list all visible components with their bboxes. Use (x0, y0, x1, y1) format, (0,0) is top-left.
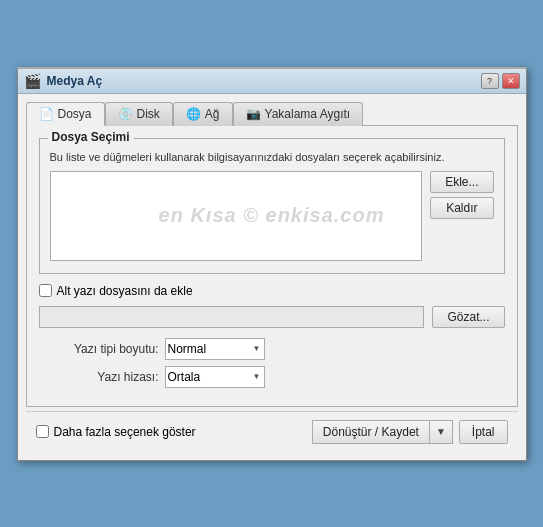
donustur-arrow-button[interactable]: ▼ (429, 420, 453, 444)
yazi-hizasi-select-wrap: Ortala Sol Sağ (165, 366, 265, 388)
donustur-split-button: Dönüştür / Kaydet ▼ (312, 420, 453, 444)
bottom-right: Dönüştür / Kaydet ▼ İptal (312, 420, 508, 444)
tab-disk[interactable]: 💿 Disk (105, 102, 173, 126)
tab-dosya[interactable]: 📄 Dosya (26, 102, 105, 126)
yazi-tipi-label: Yazı tipi boyutu: (59, 342, 159, 356)
yazi-tipi-select[interactable]: Normal Küçük Büyük (165, 338, 265, 360)
alt-yazi-label: Alt yazı dosyasını da ekle (57, 284, 193, 298)
gozat-button[interactable]: Gözat... (432, 306, 504, 328)
tab-yakalama-label: Yakalama Aygıtı (265, 107, 351, 121)
sub-file-row: Gözat... (39, 306, 505, 328)
tab-dosya-label: Dosya (58, 107, 92, 121)
dosya-tab-icon: 📄 (39, 107, 54, 121)
yazi-hizasi-row: Yazı hizası: Ortala Sol Sağ (59, 366, 505, 388)
iptal-button[interactable]: İptal (459, 420, 508, 444)
tab-yakalama[interactable]: 📷 Yakalama Aygıtı (233, 102, 364, 126)
file-buttons: Ekle... Kaldır (430, 171, 493, 261)
help-button[interactable]: ? (481, 73, 499, 89)
watermark-overlay: en Kısa © enkisa.com (50, 171, 494, 261)
window-title: Medya Aç (47, 74, 103, 88)
group-description: Bu liste ve düğmeleri kullanarak bilgisa… (50, 151, 494, 163)
ekle-button[interactable]: Ekle... (430, 171, 493, 193)
yazi-tipi-select-wrap: Normal Küçük Büyük (165, 338, 265, 360)
tab-disk-label: Disk (137, 107, 160, 121)
alt-yazi-checkbox-row: Alt yazı dosyasını da ekle (39, 284, 505, 298)
yazi-tipi-row: Yazı tipi boyutu: Normal Küçük Büyük (59, 338, 505, 360)
bottom-left: Daha fazla seçenek göster (36, 425, 196, 439)
donustur-button[interactable]: Dönüştür / Kaydet (312, 420, 429, 444)
tab-bar: 📄 Dosya 💿 Disk 🌐 Ağ 📷 Yakalama Aygıtı (26, 102, 518, 126)
group-label: Dosya Seçimi (48, 130, 134, 144)
yazi-hizasi-select[interactable]: Ortala Sol Sağ (165, 366, 265, 388)
title-bar: 🎬 Medya Aç ? ✕ (18, 69, 526, 94)
window-content: 📄 Dosya 💿 Disk 🌐 Ağ 📷 Yakalama Aygıtı Do… (18, 94, 526, 460)
alt-yazi-checkbox[interactable] (39, 284, 52, 297)
kaldir-button[interactable]: Kaldır (430, 197, 493, 219)
file-list[interactable]: en Kısa © enkisa.com (50, 171, 423, 261)
watermark-text: en Kısa © enkisa.com (159, 204, 385, 227)
dosya-secimi-group: Dosya Seçimi Bu liste ve düğmeleri kulla… (39, 138, 505, 274)
close-button[interactable]: ✕ (502, 73, 520, 89)
disk-tab-icon: 💿 (118, 107, 133, 121)
sub-file-input[interactable] (39, 306, 425, 328)
tab-ag[interactable]: 🌐 Ağ (173, 102, 233, 126)
daha-fazla-checkbox[interactable] (36, 425, 49, 438)
daha-fazla-label: Daha fazla seçenek göster (54, 425, 196, 439)
yakalama-tab-icon: 📷 (246, 107, 261, 121)
main-window: 🎬 Medya Aç ? ✕ 📄 Dosya 💿 Disk 🌐 Ağ 📷 (17, 67, 527, 461)
file-area: en Kısa © enkisa.com Ekle... Kaldır (50, 171, 494, 261)
dosya-tab-content: Dosya Seçimi Bu liste ve düğmeleri kulla… (26, 125, 518, 407)
option-rows: Yazı tipi boyutu: Normal Küçük Büyük Yaz… (59, 338, 505, 388)
app-icon: 🎬 (24, 73, 41, 89)
yazi-hizasi-label: Yazı hizası: (59, 370, 159, 384)
tab-ag-label: Ağ (205, 107, 220, 121)
ag-tab-icon: 🌐 (186, 107, 201, 121)
bottom-bar: Daha fazla seçenek göster Dönüştür / Kay… (26, 411, 518, 452)
